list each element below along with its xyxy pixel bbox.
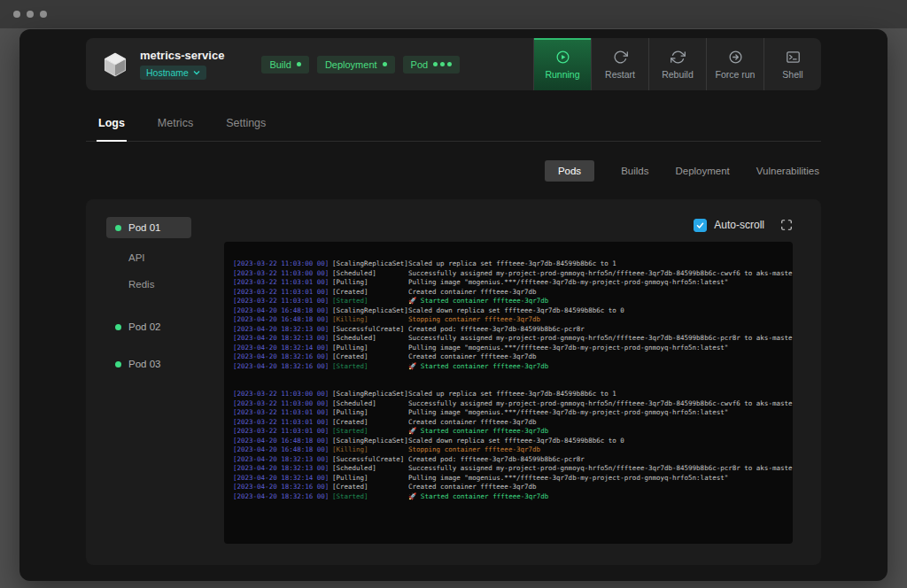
log-message: Created container fffteee-3qr7db (408, 352, 793, 362)
tab-settings[interactable]: Settings (224, 110, 267, 142)
log-line: [2023-04-20 16:48:18 00] [Killing] Stopp… (233, 315, 793, 325)
log-message: Successfully assigned my-project-prod-gn… (408, 269, 793, 279)
log-line: [2023-04-20 18:32:13 00] [Scheduled] Suc… (233, 464, 793, 474)
pod-health-dot (115, 361, 121, 368)
tab-logs[interactable]: Logs (97, 110, 127, 142)
log-timestamp: [2023-03-22 11:03:00 00] (233, 259, 332, 269)
log-event: [Pulling] (332, 474, 408, 484)
action-label: Shell (782, 69, 802, 80)
log-timestamp: [2023-03-22 11:03:00 00] (233, 399, 332, 409)
log-message: Pulling image "mogenius.***/fffteee-3qr7… (408, 278, 793, 288)
log-line: [2023-04-20 18:32:16 00] [Started] 🚀 Sta… (233, 492, 793, 502)
deployment-status-dot (383, 62, 387, 66)
force-run-button[interactable]: Force run (706, 38, 764, 90)
log-message: Created pod: fffteee-3qr7db-84599b8b6c-p… (408, 455, 793, 465)
log-block-gap (233, 371, 793, 390)
subtab-builds[interactable]: Builds (621, 166, 648, 176)
sidebar-item-redis[interactable]: Redis (106, 274, 191, 295)
log-event: [SuccessfulCreate] (332, 325, 408, 335)
window-control-dot[interactable] (13, 11, 20, 18)
log-message: 🚀 Started container fffteee-3qr7db (408, 427, 793, 437)
log-event: [Pulling] (332, 278, 408, 288)
window-control-dot[interactable] (40, 11, 47, 18)
log-event: [Scheduled] (332, 269, 408, 279)
build-badge[interactable]: Build (261, 56, 308, 74)
log-line: [2023-03-22 11:03:00 00] [ScalingReplica… (233, 259, 793, 269)
restart-icon (613, 50, 628, 65)
log-line: [2023-04-20 18:32:16 00] [Created] Creat… (233, 352, 793, 362)
sidebar-item-pod-02[interactable]: Pod 02 (106, 316, 191, 337)
autoscroll-control: Auto-scroll (694, 219, 764, 232)
pod-badge[interactable]: Pod (403, 56, 461, 74)
log-output[interactable]: [2023-03-22 11:03:00 00] [ScalingReplica… (224, 242, 793, 544)
log-event: [Pulling] (332, 344, 408, 353)
sidebar-item-pod-03[interactable]: Pod 03 (106, 353, 191, 375)
shell-button[interactable]: Shell (764, 38, 821, 90)
app-window: metrics-service Hostname Build Deploymen… (19, 29, 888, 581)
deployment-badge[interactable]: Deployment (317, 56, 395, 74)
running-button[interactable]: Running (533, 38, 591, 90)
log-event: [ScalingReplicaSet] (332, 437, 408, 446)
log-timestamp: [2023-04-20 16:48:18 00] (233, 306, 332, 316)
expand-icon (780, 219, 793, 231)
sidebar-item-pod-01[interactable]: Pod 01 (106, 217, 191, 238)
tab-metrics[interactable]: Metrics (156, 110, 195, 142)
log-line: [2023-04-20 16:48:18 00] [ScalingReplica… (233, 437, 793, 446)
log-timestamp: [2023-04-20 18:32:13 00] (233, 464, 332, 474)
status-badges: Build Deployment Pod (261, 38, 460, 90)
log-message: 🚀 Started container fffteee-3qr7db (408, 362, 793, 372)
autoscroll-label: Auto-scroll (714, 219, 764, 231)
autoscroll-checkbox[interactable] (694, 219, 707, 232)
sidebar-item-label: Redis (128, 279, 154, 290)
log-event: [Started] (332, 492, 408, 502)
pod-status-dots (433, 62, 452, 66)
log-event: [Started] (332, 427, 408, 437)
fullscreen-button[interactable] (780, 219, 793, 231)
pod-health-dot (115, 225, 121, 231)
log-event: [Created] (332, 288, 408, 298)
log-timestamp: [2023-04-20 18:32:14 00] (233, 344, 332, 353)
log-timestamp: [2023-03-22 11:03:01 00] (233, 418, 332, 428)
actions-toolbar: Running Restart Rebuild Force run (533, 38, 821, 90)
window-control-dot[interactable] (27, 11, 34, 18)
log-event: [Scheduled] (332, 464, 408, 474)
action-label: Rebuild (662, 69, 694, 80)
main-tabs: Logs Metrics Settings (86, 110, 821, 142)
log-line: [2023-04-20 18:32:13 00] [Scheduled] Suc… (233, 334, 793, 344)
log-message: Successfully assigned my-project-prod-gn… (408, 464, 793, 474)
hostname-dropdown[interactable]: Hostname (140, 66, 206, 80)
log-timestamp: [2023-04-20 18:32:14 00] (233, 474, 332, 484)
chevron-down-icon (193, 70, 200, 75)
log-message: Pulling image "mogenius.***/fffteee-3qr7… (408, 408, 793, 418)
log-message: Created pod: fffteee-3qr7db-84599b8b6c-p… (408, 325, 793, 335)
force-run-icon (728, 50, 743, 65)
log-message: Successfully assigned my-project-prod-gn… (408, 399, 793, 409)
restart-button[interactable]: Restart (591, 38, 648, 90)
sidebar-item-api[interactable]: API (106, 247, 191, 268)
rebuild-button[interactable]: Rebuild (648, 38, 706, 90)
log-event: [Killing] (332, 315, 408, 325)
log-message: Stopping container fffteee-3qr7db (408, 315, 793, 325)
subtab-deployment[interactable]: Deployment (675, 166, 729, 176)
log-line: [2023-04-20 18:32:14 00] [Pulling] Pulli… (233, 344, 793, 353)
sidebar-item-label: Pod 03 (128, 359, 160, 369)
subtab-pods[interactable]: Pods (545, 160, 594, 182)
log-line: [2023-03-22 11:03:01 00] [Started] 🚀 Sta… (233, 427, 793, 437)
action-label: Force run (716, 69, 756, 80)
log-message: Scaled up replica set fffteee-3qr7db-845… (408, 259, 793, 269)
sidebar-item-label: API (128, 252, 145, 263)
log-message: Scaled down replica set fffteee-3qr7db-8… (408, 306, 793, 316)
log-message: Scaled up replica set fffteee-3qr7db-845… (408, 390, 793, 399)
checkmark-icon (695, 220, 705, 230)
log-line: [2023-03-22 11:03:00 00] [Scheduled] Suc… (233, 269, 793, 279)
badge-label: Pod (411, 59, 429, 70)
log-line: [2023-04-20 18:32:16 00] [Created] Creat… (233, 483, 793, 492)
log-timestamp: [2023-03-22 11:03:00 00] (233, 269, 332, 279)
log-timestamp: [2023-03-22 11:03:01 00] (233, 297, 332, 306)
log-message: Pulling image "mogenius.***/fffteee-3qr7… (408, 474, 793, 484)
subtab-vulnerabilities[interactable]: Vulnerabilities (756, 166, 819, 176)
log-line: [2023-04-20 18:32:13 00] [SuccessfulCrea… (233, 325, 793, 335)
service-header: metrics-service Hostname Build Deploymen… (86, 38, 821, 90)
log-message: Successfully assigned my-project-prod-gn… (408, 334, 793, 344)
log-event: [Killing] (332, 445, 408, 455)
